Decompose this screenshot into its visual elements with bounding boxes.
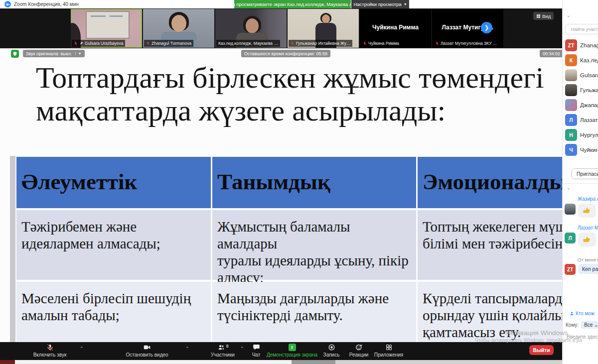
meeting-toolbar: Включить звук ⌃ Остановить видео ⌃ 8 Уча… (0, 342, 562, 360)
avatar-photo (565, 84, 577, 96)
table-cell: Тәжірибемен және идеялармен алмасады; (16, 210, 211, 280)
table-cell: Мәселені бірлесіп шешудің амалын табады; (16, 282, 211, 342)
participant-name: Лаззат М (580, 117, 598, 123)
chat-message (565, 204, 596, 218)
participant-name: Гульжана (580, 87, 598, 93)
chat-privacy-label: Кто мож (576, 311, 595, 316)
collapse-participants-chevron[interactable]: ⌄ (567, 13, 571, 18)
view-button[interactable]: Вид (533, 12, 554, 20)
chat-privacy-link[interactable]: Кто мож (570, 311, 595, 316)
desktop-sliver-white (15, 360, 292, 364)
mic-muted-icon (46, 344, 54, 351)
window-titlebar: Zoom Конференция, 40 мин Вы просматривае… (0, 0, 598, 9)
tile-name-bar: Gulsara Urazbayeva (72, 40, 125, 47)
camera-icon (143, 344, 151, 351)
participant-row[interactable]: Гульжана (565, 84, 598, 97)
chat-button[interactable]: Чат (247, 344, 265, 358)
participant-row[interactable]: Джапаро (565, 99, 598, 112)
elapsed-time-label: 00:34:02 (543, 51, 560, 56)
participant-name: Джапаро (580, 102, 598, 108)
remaining-time-pill: Оставшееся время конференции: 05:59 (241, 50, 330, 57)
avatar-photo (565, 69, 577, 81)
reactions-button[interactable]: Реакции (346, 344, 372, 358)
avatar-head (246, 18, 259, 33)
participant-row[interactable]: Gulsara U (565, 69, 598, 82)
chat-message: Л (565, 233, 596, 246)
person-icon (570, 311, 574, 316)
sidebar-divider (563, 183, 598, 184)
chat-bubble: Көп ра (578, 264, 598, 274)
desktop-sliver-red (0, 360, 15, 364)
participant-row[interactable]: К Каз.лед.к (565, 54, 598, 67)
participant-name: Нургуль (580, 132, 598, 138)
record-button[interactable]: Запись (320, 344, 343, 358)
participants-chat-sidebar: ⌄ ZT Zhanagul К Каз.лед.к Gulsara U Гуль… (562, 0, 598, 364)
apps-button[interactable]: Приложения (373, 344, 405, 358)
video-tile-gulsara[interactable]: Gulsara Urazbayeva (71, 9, 142, 48)
record-icon (328, 344, 335, 351)
chat-label: Чат (252, 352, 261, 358)
tile-name: Zhanagul Turmanova (151, 41, 191, 46)
tile-name: Gulsara Urazbayeva (85, 41, 123, 46)
avatar: К (565, 54, 577, 66)
zoom-app-icon (4, 1, 11, 7)
next-participants-button[interactable]: ❯ (481, 22, 492, 33)
leave-button[interactable]: Выйти (529, 345, 554, 355)
participant-row[interactable]: Н Нургуль (565, 128, 598, 141)
table-header-cell: Эмоционалдық (418, 157, 562, 208)
table-cell: Топтың жекелеген мүше білімі мен тәжіриб… (418, 210, 562, 280)
participant-name: Zhanagul (580, 42, 598, 48)
chevron-down-icon: ▼ (404, 2, 407, 6)
video-tile-lazzat[interactable]: Лаззат Мутигул… Лаззат Мутигулловна ЗКУ … (432, 9, 503, 48)
share-screen-icon (289, 344, 296, 351)
participant-row[interactable]: Л Лаззат М (565, 114, 598, 126)
chat-icon (253, 344, 260, 351)
tile-name-bar: Чуйкина Римма (361, 40, 401, 47)
chat-message: ZT Көп ра (565, 264, 598, 275)
collapse-chat-chevron[interactable]: ⌄ (567, 185, 571, 190)
unmute-button[interactable]: Включить звук (22, 344, 77, 358)
original-sound-pill[interactable]: Звук оригинала: выкл. ▼ (23, 50, 85, 57)
participants-options-chevron[interactable]: ⌃ (240, 346, 244, 351)
tile-name: Чуйкина Римма (368, 41, 399, 46)
grid-view-icon (536, 14, 541, 18)
search-input[interactable] (570, 26, 598, 32)
mic-muted-icon (146, 41, 150, 45)
participant-row[interactable]: ZT Zhanagul (565, 39, 598, 52)
apps-label: Приложения (374, 352, 404, 358)
tile-name-bar: Гульжанар Ихтайевна Жу… (289, 40, 352, 47)
tile-name-bar: Лаззат Мутигулловна ЗКУ … (433, 40, 499, 47)
desktop-sliver-gray (292, 360, 335, 364)
mic-options-chevron[interactable]: ⌃ (80, 346, 84, 351)
video-tile-zhanagul[interactable]: Zhanagul Turmanova (143, 9, 214, 48)
video-tile-maukaeva[interactable]: Каз.пед.колледж, Маукаева … (215, 9, 287, 48)
participant-row[interactable]: Ч Чуйкина (565, 143, 598, 156)
avatar-photo (565, 204, 576, 215)
share-screen-button[interactable]: Демонстрация экрана (267, 344, 317, 358)
mic-muted-icon (363, 41, 367, 45)
participants-button[interactable]: 8 Участники (207, 344, 238, 358)
smiley-icon (355, 344, 363, 351)
participants-icon (217, 344, 225, 351)
invite-button[interactable]: Пригласить (571, 168, 598, 179)
avatar: Ч (565, 144, 577, 156)
chat-sender-name: Жазира А (578, 196, 598, 202)
avatar-photo (565, 99, 577, 111)
recipient-dropdown[interactable]: Все ⌄ (581, 321, 598, 329)
search-icon (568, 27, 569, 31)
view-settings-button[interactable]: Настройки просмотра ▼ (351, 0, 409, 8)
chevron-down-icon[interactable]: ▼ (75, 52, 82, 55)
stop-video-button[interactable]: Остановить видео (115, 344, 179, 358)
slide-edge-bar (10, 156, 15, 342)
slide-title: Топтардағы бірлескен жұмыс төмендегі мақ… (36, 61, 562, 127)
chat-bubble (578, 204, 596, 218)
projector-screen (87, 12, 129, 38)
participant-search-box[interactable] (565, 24, 598, 34)
video-tile-chuikina[interactable]: Чуйкина Римма Чуйкина Римма (360, 9, 431, 48)
tile-name: Гульжанар Ихтайевна Жу… (296, 41, 350, 46)
security-shield-icon[interactable] (11, 50, 19, 58)
screen-share-banner: Вы просматриваете экран Каз.лед.колледж,… (234, 0, 351, 8)
video-tile-gulzhanar[interactable]: Гульжанар Ихтайевна Жу… (288, 9, 359, 48)
table-header-cell: Әлеуметтік (16, 157, 211, 208)
video-options-chevron[interactable]: ⌃ (185, 346, 189, 351)
